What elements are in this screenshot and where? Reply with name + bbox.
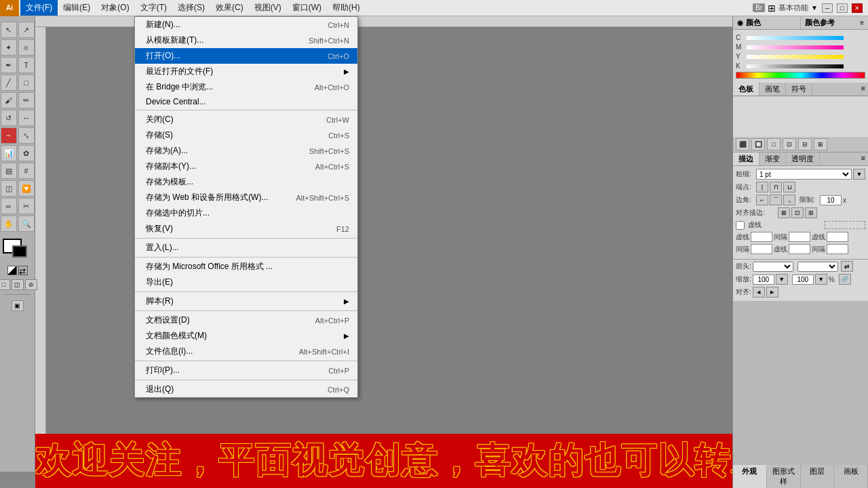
weight-select[interactable]: 1 pt — [756, 169, 852, 180]
limit-input[interactable] — [820, 195, 842, 205]
menu-save-template[interactable]: 存储为模板... — [135, 174, 357, 190]
rect-tool[interactable]: □ — [18, 75, 35, 91]
menu-select[interactable]: 选择(S) — [172, 0, 210, 16]
tab-brushes[interactable]: 画笔 — [760, 83, 786, 96]
right-panel-collapse-arrow[interactable]: ≡ — [860, 19, 864, 26]
menu-revert[interactable]: 恢复(V) F12 — [135, 221, 357, 237]
panel-icon-1[interactable]: ⬛ — [736, 138, 749, 150]
tab-symbols[interactable]: 符号 — [786, 83, 812, 96]
zoom-end-dropdown[interactable]: ▼ — [815, 274, 827, 285]
swap-colors-icon[interactable]: ⇄ — [18, 266, 28, 275]
swap-arrows-btn[interactable]: ⇄ — [841, 261, 853, 272]
minimize-button[interactable]: ─ — [822, 3, 833, 13]
cap-btn-1[interactable]: | — [756, 182, 768, 192]
tab-appearance[interactable]: 外观 — [733, 465, 767, 488]
color-ref-panel-tab[interactable]: 颜色参考 ≡ — [800, 16, 868, 29]
default-colors-icon[interactable] — [7, 266, 17, 275]
zoom-end-input[interactable] — [792, 274, 814, 285]
tab-layers[interactable]: 图层 — [801, 465, 835, 488]
dash-input-3[interactable] — [789, 244, 810, 254]
panel-icon-2[interactable]: 🔲 — [751, 138, 765, 150]
m-slider[interactable] — [747, 45, 844, 49]
menu-save-copy[interactable]: 存储副本(Y)... Alt+Ctrl+S — [135, 159, 357, 174]
column-graph-tool[interactable]: ▤ — [1, 163, 17, 179]
normal-mode-btn[interactable]: □ — [0, 279, 10, 290]
eyedropper-tool[interactable]: 🔽 — [18, 180, 35, 197]
gradient-tool[interactable]: ◫ — [1, 180, 17, 197]
color-spectrum[interactable] — [736, 72, 865, 79]
corner-btn-1[interactable]: ⌐ — [756, 195, 768, 205]
blend-tool[interactable]: ∞ — [1, 198, 17, 214]
stroke-panel-menu[interactable]: ≡ — [859, 152, 868, 165]
pencil-tool[interactable]: ✏ — [18, 92, 35, 108]
select-tool[interactable]: ↖ — [1, 22, 17, 38]
tab-artboards[interactable]: 画板 — [834, 465, 868, 488]
menu-device-central[interactable]: Device Central... — [135, 95, 357, 108]
zoom-tool[interactable]: 🔍 — [18, 216, 35, 232]
type-tool[interactable]: T — [18, 57, 35, 73]
scissor-tool[interactable]: ✂ — [18, 198, 35, 214]
swatches-panel-menu[interactable]: ≡ — [859, 83, 868, 96]
menu-save-office[interactable]: 存储为 Microsoft Office 所用格式 ... — [135, 259, 357, 274]
menu-new-from-template[interactable]: 从模板新建(T)... Shift+Ctrl+N — [135, 33, 357, 48]
zoom-start-input[interactable] — [753, 274, 774, 285]
behind-mode-btn[interactable]: ◫ — [12, 279, 24, 290]
arrow-end-select[interactable] — [797, 262, 838, 272]
menu-save[interactable]: 存储(S) Ctrl+S — [135, 127, 357, 143]
menu-save-slices[interactable]: 存储选中的切片... — [135, 205, 357, 221]
menu-close[interactable]: 关闭(C) Ctrl+W — [135, 112, 357, 127]
graph-tool[interactable]: 📊 — [1, 145, 17, 161]
paintbrush-tool[interactable]: 🖌 — [1, 92, 17, 108]
menu-quit[interactable]: 退出(Q) Ctrl+Q — [135, 382, 357, 397]
menu-effect[interactable]: 效果(C) — [210, 0, 249, 16]
menu-save-as[interactable]: 存储为(A)... Shift+Ctrl+S — [135, 143, 357, 159]
menu-open[interactable]: 打开(O)... Ctrl+O — [135, 48, 357, 64]
tab-stroke[interactable]: 描边 — [733, 152, 760, 165]
weight-dropdown[interactable]: ▼ — [853, 169, 865, 180]
menu-help[interactable]: 帮助(H) — [327, 0, 366, 16]
cap-btn-2[interactable]: ⊓ — [770, 182, 782, 192]
menu-view[interactable]: 视图(V) — [249, 0, 287, 16]
direct-select-tool[interactable]: ↗ — [18, 22, 35, 38]
tab-transparency[interactable]: 透明度 — [786, 152, 820, 165]
align-btn-3[interactable]: ⊞ — [805, 207, 817, 218]
menu-color-mode[interactable]: 文档颜色模式(M) ▶ — [135, 328, 357, 344]
symbol-tool[interactable]: ✿ — [18, 145, 35, 161]
align-right-btn[interactable]: ► — [766, 287, 778, 298]
tab-swatches[interactable]: 色板 — [733, 83, 760, 96]
none-mode-btn[interactable]: ⊘ — [25, 279, 37, 290]
link-btn[interactable]: 🔗 — [839, 274, 851, 285]
corner-btn-2[interactable]: ⌒ — [770, 195, 782, 205]
tab-gradient[interactable]: 渐变 — [760, 152, 786, 165]
lasso-tool[interactable]: ⌾ — [18, 39, 35, 56]
menu-browse-bridge[interactable]: 在 Bridge 中浏览... Alt+Ctrl+O — [135, 79, 357, 95]
menu-window[interactable]: 窗口(W) — [287, 0, 327, 16]
mesh-tool[interactable]: # — [18, 163, 35, 179]
menu-export[interactable]: 导出(E) — [135, 274, 357, 290]
c-slider[interactable] — [747, 36, 844, 40]
restore-button[interactable]: □ — [837, 3, 848, 13]
gap-input-1[interactable] — [789, 232, 810, 242]
tab-graphic-styles[interactable]: 图形式样 — [767, 465, 801, 488]
pen-tool[interactable]: ✒ — [1, 57, 17, 73]
warp-tool[interactable]: ~ — [1, 127, 17, 144]
menu-object[interactable]: 对象(O) — [96, 0, 134, 16]
dash-input-2[interactable] — [827, 232, 848, 242]
line-tool[interactable]: ╱ — [1, 75, 17, 91]
rotate-tool[interactable]: ↺ — [1, 110, 17, 126]
menu-doc-setup[interactable]: 文档设置(D) Alt+Ctrl+P — [135, 312, 357, 328]
menu-scripts[interactable]: 脚本(R) ▶ — [135, 293, 357, 309]
panel-icon-5[interactable]: ⊟ — [798, 138, 812, 150]
menu-text[interactable]: 文字(T) — [135, 0, 172, 16]
menu-place[interactable]: 置入(L)... — [135, 240, 357, 256]
panel-icon-4[interactable]: ⊡ — [783, 138, 796, 150]
scale-tool[interactable]: ⤡ — [18, 127, 35, 144]
hand-tool[interactable]: ✋ — [1, 216, 17, 232]
stroke-color[interactable] — [12, 245, 27, 258]
k-slider[interactable] — [747, 64, 844, 68]
close-button[interactable]: ✕ — [852, 3, 863, 13]
panel-icon-6[interactable]: ⊞ — [814, 138, 827, 150]
menu-file-info[interactable]: 文件信息(I)... Alt+Shift+Ctrl+I — [135, 344, 357, 359]
menu-new[interactable]: 新建(N)... Ctrl+N — [135, 17, 357, 33]
zoom-start-dropdown[interactable]: ▼ — [776, 274, 788, 285]
